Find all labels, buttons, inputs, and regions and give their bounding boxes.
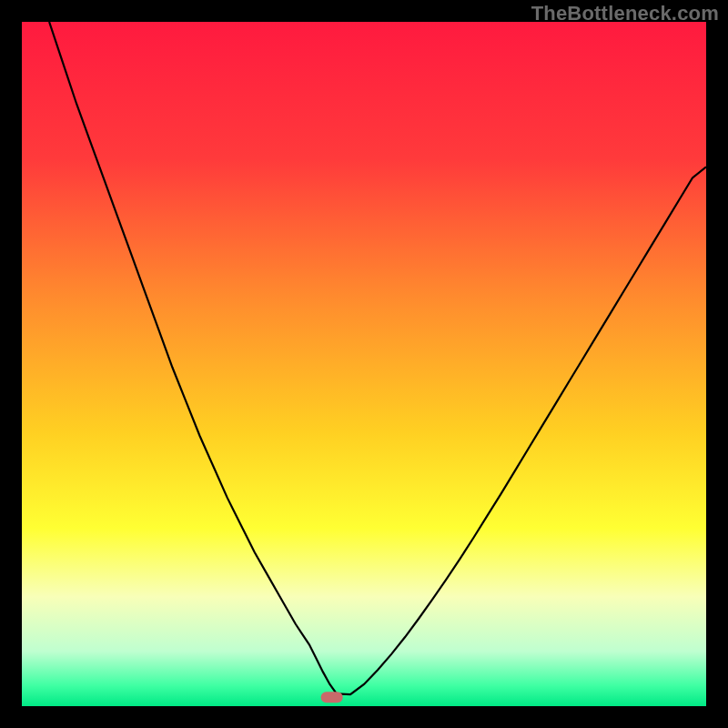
chart-frame: TheBottleneck.com	[0, 0, 728, 728]
plot-background	[22, 22, 706, 706]
bottleneck-chart	[22, 22, 706, 706]
optimal-marker	[321, 692, 343, 703]
